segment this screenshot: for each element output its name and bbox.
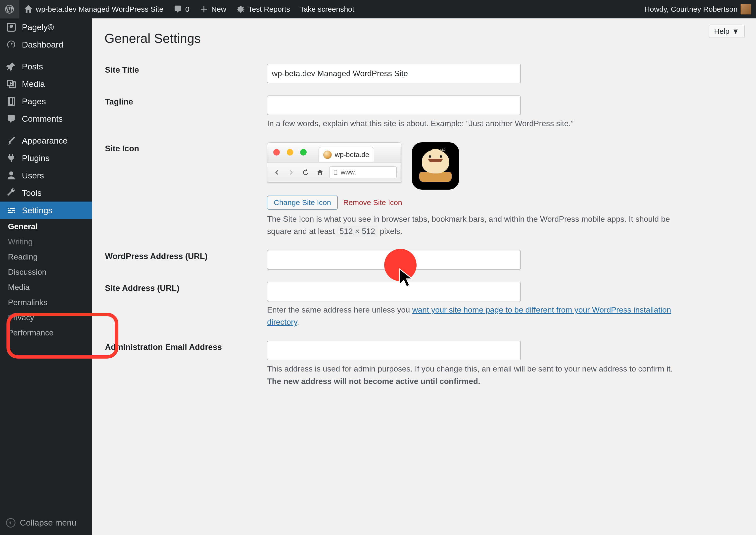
forward-icon xyxy=(286,167,296,178)
admin-toolbar: wp-beta.dev Managed WordPress Site 0 New… xyxy=(0,0,756,18)
test-reports-link[interactable]: Test Reports xyxy=(231,0,295,18)
url-box: www. xyxy=(330,166,397,179)
settings-form: Site Title Tagline In a few words, expla… xyxy=(104,57,743,394)
submenu-media[interactable]: Media xyxy=(0,280,92,295)
submenu-performance[interactable]: Performance xyxy=(0,325,92,340)
file-icon xyxy=(333,170,338,175)
pagely-icon xyxy=(6,22,16,32)
remove-site-icon-button[interactable]: Remove Site Icon xyxy=(343,196,402,210)
site-name-link[interactable]: wp-beta.dev Managed WordPress Site xyxy=(19,0,168,18)
menu-pagely[interactable]: Pagely® xyxy=(0,18,92,36)
site-icon-browser-preview: wp-beta.de www. xyxy=(267,142,401,183)
user-icon xyxy=(6,170,16,181)
test-reports-label: Test Reports xyxy=(248,5,290,14)
menu-appearance[interactable]: Appearance xyxy=(0,132,92,149)
menu-label: Posts xyxy=(22,62,43,71)
screenshot-link[interactable]: Take screenshot xyxy=(295,0,359,18)
dashboard-icon xyxy=(6,39,16,50)
bug-icon xyxy=(236,5,245,14)
site-title-label: Site Title xyxy=(105,65,139,74)
site-name-text: wp-beta.dev Managed WordPress Site xyxy=(36,5,163,14)
submenu-permalinks[interactable]: Permalinks xyxy=(0,295,92,310)
comments-link[interactable]: 0 xyxy=(168,0,195,18)
tagline-input[interactable] xyxy=(267,96,521,115)
comment-icon xyxy=(6,113,16,124)
submenu-reading[interactable]: Reading xyxy=(0,249,92,265)
content-area: Help ▼ General Settings Site Title Tagli… xyxy=(92,18,756,535)
wp-url-label: WordPress Address (URL) xyxy=(105,252,208,261)
change-site-icon-button[interactable]: Change Site Icon xyxy=(267,196,338,210)
collapse-menu-button[interactable]: Collapse menu xyxy=(0,513,92,532)
pin-icon xyxy=(6,61,16,72)
page-icon xyxy=(6,96,16,106)
menu-plugins[interactable]: Plugins xyxy=(0,149,92,167)
chevron-down-icon: ▼ xyxy=(732,27,739,36)
wrench-icon xyxy=(6,188,16,198)
my-account-link[interactable]: Howdy, Courtney Robertson xyxy=(639,0,756,18)
site-title-input[interactable] xyxy=(267,64,521,83)
menu-media[interactable]: Media xyxy=(0,75,92,93)
admin-email-description: This address is used for admin purposes.… xyxy=(267,363,685,387)
new-content-link[interactable]: New xyxy=(195,0,231,18)
wp-logo[interactable] xyxy=(0,0,19,18)
admin-email-input[interactable] xyxy=(267,341,521,360)
menu-label: Media xyxy=(22,79,45,89)
site-url-description: Enter the same address here unless you w… xyxy=(267,304,685,328)
plus-icon xyxy=(200,5,208,14)
admin-menu: Pagely® Dashboard Posts Media Pages Comm… xyxy=(0,18,92,535)
page-title: General Settings xyxy=(104,31,743,46)
reload-icon xyxy=(301,167,310,178)
plug-icon xyxy=(6,153,16,163)
avatar xyxy=(741,4,751,14)
back-icon xyxy=(272,167,282,178)
wordpress-logo-icon xyxy=(5,5,14,14)
site-icon-label: Site Icon xyxy=(105,144,139,153)
browser-tab: wp-beta.de xyxy=(318,147,374,162)
menu-label: Users xyxy=(22,171,44,181)
submenu-general[interactable]: General xyxy=(0,219,92,234)
menu-label: Plugins xyxy=(22,153,50,163)
menu-label: Pagely® xyxy=(22,22,54,32)
menu-label: Dashboard xyxy=(22,40,63,49)
traffic-light-close-icon xyxy=(273,149,280,155)
menu-pages[interactable]: Pages xyxy=(0,93,92,110)
menu-label: Comments xyxy=(22,114,63,124)
site-icon-app-preview: ༄༄ xyxy=(412,142,459,190)
menu-label: Tools xyxy=(22,188,41,198)
menu-label: Appearance xyxy=(22,136,68,146)
admin-email-label: Administration Email Address xyxy=(105,342,222,352)
site-url-input[interactable] xyxy=(267,282,521,301)
tagline-description: In a few words, explain what this site i… xyxy=(267,118,685,130)
menu-dashboard[interactable]: Dashboard xyxy=(0,36,92,53)
media-icon xyxy=(6,79,16,89)
favicon-preview-icon xyxy=(323,151,332,159)
site-icon-description: The Site Icon is what you see in browser… xyxy=(267,213,685,238)
brush-icon xyxy=(6,135,16,146)
collapse-icon xyxy=(6,518,15,527)
home-icon xyxy=(24,5,33,14)
submenu-writing[interactable]: Writing xyxy=(0,234,92,249)
screenshot-label: Take screenshot xyxy=(300,5,354,14)
howdy-text: Howdy, Courtney Robertson xyxy=(644,5,738,14)
settings-icon xyxy=(6,205,16,215)
menu-tools[interactable]: Tools xyxy=(0,184,92,202)
traffic-light-max-icon xyxy=(300,149,307,155)
menu-comments[interactable]: Comments xyxy=(0,110,92,127)
submenu-privacy[interactable]: Privacy xyxy=(0,310,92,325)
help-tab[interactable]: Help ▼ xyxy=(709,25,744,38)
comments-count: 0 xyxy=(185,5,190,14)
menu-settings[interactable]: Settings xyxy=(0,202,92,219)
menu-label: Pages xyxy=(22,97,46,106)
menu-label: Settings xyxy=(22,206,52,215)
menu-posts[interactable]: Posts xyxy=(0,58,92,75)
submenu-discussion[interactable]: Discussion xyxy=(0,265,92,280)
comment-icon xyxy=(173,5,182,14)
wp-url-input[interactable] xyxy=(267,250,521,269)
menu-users[interactable]: Users xyxy=(0,167,92,184)
new-label: New xyxy=(211,5,226,14)
browser-home-icon xyxy=(315,167,325,178)
tagline-label: Tagline xyxy=(105,97,133,106)
site-url-label: Site Address (URL) xyxy=(105,283,179,293)
traffic-light-min-icon xyxy=(287,149,293,155)
